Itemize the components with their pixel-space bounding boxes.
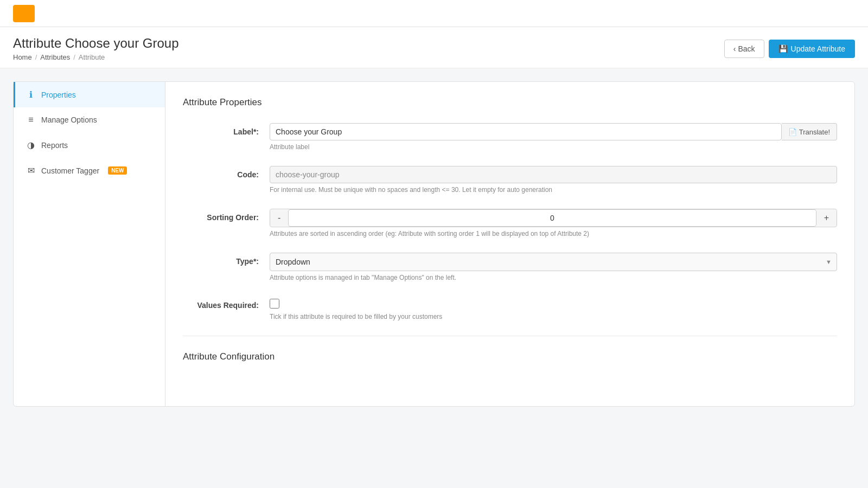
sorting-order-field-wrap: - + Attributes are sorted in ascending o… <box>270 209 837 237</box>
back-button[interactable]: ‹ Back <box>724 40 764 58</box>
minus-icon: - <box>278 213 280 222</box>
breadcrumb-sep-1: / <box>35 53 37 61</box>
code-form-group: Code: For internal use. Must be unique w… <box>183 166 837 194</box>
new-badge: NEW <box>108 166 127 175</box>
breadcrumb-sep-2: / <box>73 53 75 61</box>
sidebar-item-reports[interactable]: ◑ Reports <box>14 132 165 158</box>
type-field-label: Type*: <box>183 253 270 266</box>
sorting-order-form-group: Sorting Order: - + Attributes are sorted… <box>183 209 837 237</box>
sidebar-nav: ℹ Properties ≡ Manage Options ◑ Reports … <box>14 82 165 406</box>
values-required-label: Values Required: <box>183 297 270 310</box>
values-required-help-text: Tick if this attribute is required to be… <box>270 313 837 320</box>
type-select-container: Dropdown Text Date Yes/No <box>270 253 837 271</box>
sidebar-label-properties: Properties <box>41 91 76 99</box>
header-left: Attribute Choose your Group Home / Attri… <box>13 36 179 61</box>
back-chevron-icon: ‹ <box>733 44 736 53</box>
update-attribute-button[interactable]: 💾 Update Attribute <box>769 40 855 58</box>
type-form-group: Type*: Dropdown Text Date Yes/No Attribu… <box>183 253 837 281</box>
reports-icon: ◑ <box>26 140 36 150</box>
save-icon: 💾 <box>778 44 788 53</box>
plus-icon: + <box>824 213 829 222</box>
page-title: Attribute Choose your Group <box>13 36 179 51</box>
label-input[interactable] <box>270 123 782 140</box>
sorting-order-label: Sorting Order: <box>183 209 270 222</box>
config-section-title: Attribute Configuration <box>183 351 837 362</box>
main-card: ℹ Properties ≡ Manage Options ◑ Reports … <box>13 81 855 407</box>
section-divider <box>183 336 837 336</box>
code-field-wrap: For internal use. Must be unique with no… <box>270 166 837 194</box>
properties-section-title: Attribute Properties <box>183 97 837 108</box>
label-field-wrap: 📄 Translate! Attribute label <box>270 123 837 151</box>
sorting-increment-button[interactable]: + <box>816 210 837 226</box>
form-area: Attribute Properties Label*: 📄 Translate… <box>165 82 854 406</box>
sorting-decrement-button[interactable]: - <box>270 210 288 226</box>
values-required-checkbox[interactable] <box>270 299 279 309</box>
breadcrumb-attribute: Attribute <box>79 53 105 61</box>
sidebar-item-manage-options[interactable]: ≡ Manage Options <box>14 107 165 132</box>
info-icon: ℹ <box>26 89 36 100</box>
sidebar-label-manage-options: Manage Options <box>41 115 97 124</box>
breadcrumb: Home / Attributes / Attribute <box>13 53 179 61</box>
sorting-order-help-text: Attributes are sorted in ascending order… <box>270 230 837 237</box>
label-field-label: Label*: <box>183 123 270 136</box>
sorting-input-container: - + <box>270 209 837 227</box>
sidebar-label-customer-tagger: Customer Tagger <box>41 166 99 175</box>
sidebar-label-reports: Reports <box>41 141 68 150</box>
breadcrumb-home[interactable]: Home <box>13 53 32 61</box>
sidebar-item-properties[interactable]: ℹ Properties <box>14 82 165 107</box>
list-icon: ≡ <box>26 115 36 125</box>
tag-icon: ✉ <box>26 165 36 176</box>
update-button-label: Update Attribute <box>791 44 845 53</box>
top-bar <box>0 0 868 27</box>
values-required-field-wrap: Tick if this attribute is required to be… <box>270 297 837 320</box>
type-field-wrap: Dropdown Text Date Yes/No Attribute opti… <box>270 253 837 281</box>
sidebar-item-customer-tagger[interactable]: ✉ Customer Tagger NEW <box>14 158 165 183</box>
code-field-label: Code: <box>183 166 270 179</box>
label-form-group: Label*: 📄 Translate! Attribute label <box>183 123 837 151</box>
code-input[interactable] <box>270 166 837 183</box>
translate-button[interactable]: 📄 Translate! <box>782 123 837 140</box>
page-header: Attribute Choose your Group Home / Attri… <box>0 27 868 68</box>
translate-button-label: Translate! <box>799 128 830 136</box>
code-help-text: For internal use. Must be unique with no… <box>270 186 837 194</box>
translate-icon: 📄 <box>788 128 797 136</box>
values-required-form-group: Values Required: Tick if this attribute … <box>183 297 837 320</box>
breadcrumb-attributes[interactable]: Attributes <box>40 53 70 61</box>
label-help-text: Attribute label <box>270 143 837 151</box>
main-content: ℹ Properties ≡ Manage Options ◑ Reports … <box>0 68 868 420</box>
label-input-container: 📄 Translate! <box>270 123 837 140</box>
logo <box>13 5 35 22</box>
sorting-order-input[interactable] <box>288 209 816 227</box>
type-select[interactable]: Dropdown Text Date Yes/No <box>270 253 837 271</box>
type-help-text: Attribute options is managed in tab "Man… <box>270 274 837 281</box>
back-button-label: Back <box>738 44 755 53</box>
header-actions: ‹ Back 💾 Update Attribute <box>724 40 855 58</box>
